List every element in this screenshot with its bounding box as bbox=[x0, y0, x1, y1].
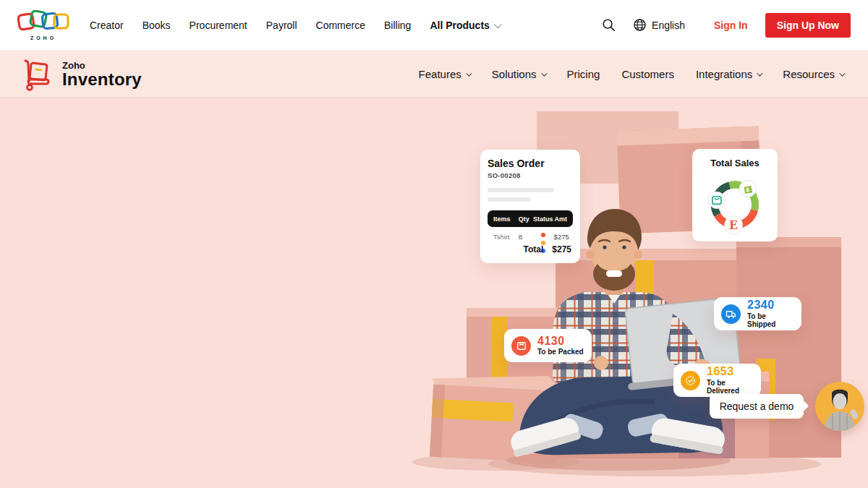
search-icon bbox=[602, 18, 616, 32]
col-items: Items bbox=[493, 215, 519, 223]
agent-photo bbox=[815, 382, 864, 431]
chat-agent-avatar[interactable] bbox=[815, 382, 864, 431]
total-sales-donut-chart: $ E bbox=[698, 170, 772, 237]
row-qty: 8 bbox=[519, 233, 533, 241]
packed-count: 4130 bbox=[537, 335, 584, 348]
all-products-menu[interactable]: All Products bbox=[430, 20, 499, 31]
chevron-down-icon bbox=[839, 70, 845, 76]
globe-icon bbox=[633, 18, 647, 32]
package-icon bbox=[511, 336, 531, 356]
shipped-label: To be Shipped bbox=[747, 312, 794, 329]
inventory-brand: Zoho bbox=[62, 61, 142, 70]
suite-navbar: ZOHO Creator Books Procurement Payroll C… bbox=[0, 0, 868, 51]
tab-pricing-label: Pricing bbox=[567, 68, 600, 80]
truck-icon bbox=[721, 304, 741, 324]
zoho-logo[interactable]: ZOHO bbox=[17, 10, 69, 40]
total-label: Total bbox=[524, 244, 544, 254]
col-status: Status bbox=[533, 215, 554, 223]
nav-payroll[interactable]: Payroll bbox=[266, 20, 297, 31]
check-badge-icon bbox=[681, 371, 700, 390]
to-be-delivered-badge: 1653 To be Delivered bbox=[673, 364, 761, 397]
packed-label: To be Packed bbox=[537, 348, 584, 356]
search-button[interactable] bbox=[602, 18, 616, 32]
all-products-label: All Products bbox=[430, 20, 489, 31]
to-be-shipped-badge: 2340 To be Shipped bbox=[714, 297, 801, 330]
zoho-commerce-icon bbox=[708, 192, 725, 208]
to-be-packed-badge: 4130 To be Packed bbox=[504, 329, 592, 362]
chevron-down-icon bbox=[757, 70, 762, 76]
tab-integrations-label: Integrations bbox=[696, 68, 752, 80]
chevron-down-icon bbox=[541, 70, 547, 76]
zoho-inventory-logo[interactable]: Zoho Inventory bbox=[20, 58, 142, 91]
total-sales-title: Total Sales bbox=[710, 158, 760, 168]
sales-order-number: SO-00208 bbox=[488, 171, 573, 179]
chevron-down-icon bbox=[494, 20, 502, 27]
row-item: Tshirt bbox=[493, 233, 519, 241]
chevron-down-icon bbox=[466, 70, 472, 76]
svg-text:E: E bbox=[729, 218, 738, 232]
product-navbar: Zoho Inventory Features Solutions Pricin… bbox=[0, 51, 868, 98]
sales-order-table-header: Items Qty Status Amt bbox=[488, 210, 573, 227]
inventory-wordmark: Zoho Inventory bbox=[62, 61, 142, 88]
nav-books[interactable]: Books bbox=[142, 20, 171, 31]
request-demo-button[interactable]: Request a demo bbox=[710, 394, 804, 419]
language-selector[interactable]: English bbox=[633, 18, 685, 32]
zoho-logo-icon bbox=[17, 10, 69, 35]
inventory-product-name: Inventory bbox=[62, 71, 142, 88]
inventory-dolly-icon bbox=[20, 58, 55, 91]
shipped-count: 2340 bbox=[747, 299, 794, 312]
tab-customers-label: Customers bbox=[621, 68, 674, 80]
suite-nav-links: Creator Books Procurement Payroll Commer… bbox=[90, 20, 500, 31]
sign-up-button[interactable]: Sign Up Now bbox=[765, 13, 851, 38]
product-nav-links: Features Solutions Pricing Customers Int… bbox=[419, 68, 848, 80]
tab-solutions-label: Solutions bbox=[492, 68, 537, 80]
nav-commerce[interactable]: Commerce bbox=[316, 20, 365, 31]
tab-integrations[interactable]: Integrations bbox=[696, 68, 761, 80]
delivered-label: To be Delivered bbox=[707, 379, 754, 395]
col-amt: Amt bbox=[554, 215, 567, 223]
tab-features[interactable]: Features bbox=[419, 68, 470, 80]
nav-billing[interactable]: Billing bbox=[384, 20, 411, 31]
total-value: $275 bbox=[552, 244, 571, 254]
placeholder-line bbox=[488, 188, 554, 192]
placeholder-line bbox=[488, 197, 531, 202]
tab-customers[interactable]: Customers bbox=[621, 68, 674, 80]
tab-resources-label: Resources bbox=[783, 68, 835, 80]
tab-features-label: Features bbox=[419, 68, 461, 80]
tab-pricing[interactable]: Pricing bbox=[567, 68, 600, 80]
status-dot-red bbox=[541, 233, 545, 237]
sales-order-card: Sales Order SO-00208 Items Qty Status Am… bbox=[480, 150, 580, 263]
nav-procurement[interactable]: Procurement bbox=[190, 20, 247, 31]
sign-in-link[interactable]: Sign In bbox=[714, 20, 748, 31]
shopify-icon: $ bbox=[739, 180, 756, 197]
svg-text:$: $ bbox=[746, 187, 749, 193]
total-sales-card: Total Sales $ E bbox=[692, 149, 778, 241]
delivered-count: 1653 bbox=[707, 365, 754, 378]
row-amount: $275 bbox=[554, 233, 567, 241]
tab-resources[interactable]: Resources bbox=[783, 68, 843, 80]
zoho-wordmark: ZOHO bbox=[30, 35, 56, 40]
hero-section: Sales Order SO-00208 Items Qty Status Am… bbox=[0, 98, 868, 488]
etsy-icon: E bbox=[725, 216, 743, 234]
language-label: English bbox=[652, 20, 685, 31]
topbar-right-cluster: English Sign In Sign Up Now bbox=[602, 13, 851, 38]
tab-solutions[interactable]: Solutions bbox=[492, 68, 545, 80]
sales-order-total: Total $275 bbox=[524, 244, 571, 254]
nav-creator[interactable]: Creator bbox=[90, 20, 124, 31]
col-qty: Qty bbox=[519, 215, 533, 223]
sales-order-title: Sales Order bbox=[488, 158, 573, 169]
